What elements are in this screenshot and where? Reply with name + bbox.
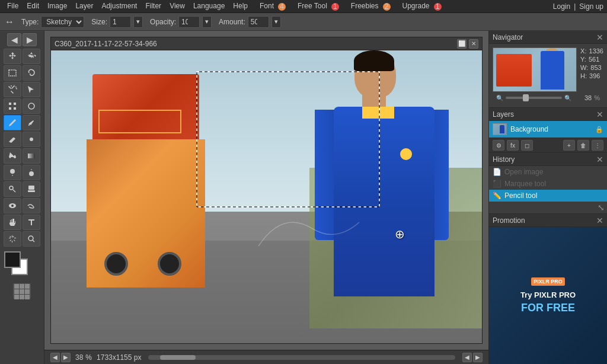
menu-freebies[interactable]: Freebies2: [344, 1, 394, 11]
tool-row-1: [4, 49, 40, 64]
menu-font[interactable]: Font4: [253, 1, 289, 11]
foreground-color-swatch[interactable]: [4, 251, 21, 268]
nav-zoom-slider[interactable]: [506, 97, 562, 99]
burn-btn[interactable]: [23, 165, 40, 180]
menu-adjustment[interactable]: Adjustment: [98, 1, 140, 11]
menu-language[interactable]: Language: [190, 1, 228, 11]
scroll-left-btn[interactable]: ◀: [50, 353, 60, 362]
grab-btn[interactable]: [4, 231, 21, 247]
promo-close-btn[interactable]: ✕: [596, 216, 603, 225]
pencil-tool-btn[interactable]: [4, 115, 21, 130]
menu-view[interactable]: View: [166, 1, 189, 11]
red-eye-btn[interactable]: [4, 198, 21, 213]
scroll-right-btn[interactable]: ▶: [61, 353, 71, 362]
marquee-rect-btn[interactable]: [4, 65, 21, 81]
grid-button[interactable]: [13, 283, 31, 299]
layers-delete-btn[interactable]: 🗑: [577, 140, 589, 151]
type-select[interactable]: Sketchy: [41, 16, 84, 28]
size-group: Size: ▾: [91, 16, 143, 28]
menu-freetool[interactable]: Free Tool1: [290, 1, 343, 11]
layer-background[interactable]: Background 🔒: [489, 121, 607, 138]
nav-h-value: 396: [589, 72, 600, 79]
nav-right-btn[interactable]: ▶: [23, 33, 37, 46]
menu-filter[interactable]: Filter: [142, 1, 165, 11]
menu-help[interactable]: Help: [229, 1, 251, 11]
layers-add-btn[interactable]: +: [563, 140, 575, 151]
layers-fx-btn[interactable]: fx: [507, 140, 519, 151]
amount-dropdown[interactable]: ▾: [271, 16, 281, 28]
canvas-titlebar: C360_2017-11-17-22-57-34-966 ⬜ ✕: [51, 37, 482, 50]
menu-image[interactable]: Image: [44, 1, 71, 11]
layers-close-btn[interactable]: ✕: [596, 110, 603, 119]
nav-left-btn[interactable]: ◀: [7, 33, 21, 46]
scroll-thumb[interactable]: [160, 355, 196, 360]
person-jacket: [334, 107, 435, 296]
menu-items: File Edit Image Layer Adjustment Filter …: [4, 1, 445, 11]
size-input[interactable]: [110, 16, 131, 28]
history-item-pencil[interactable]: ✏️ Pencil tool: [489, 190, 607, 202]
layers-mask-btn[interactable]: ◻: [521, 140, 533, 151]
gradient-btn[interactable]: [23, 148, 40, 164]
horizontal-scrollbar[interactable]: [148, 355, 455, 360]
svg-rect-6: [28, 190, 35, 192]
size-dropdown[interactable]: ▾: [133, 16, 143, 28]
zoom-tool-btn[interactable]: [23, 231, 40, 247]
hand-btn[interactable]: [4, 215, 21, 230]
magic-wand-btn[interactable]: [4, 82, 21, 97]
navigator-close-btn[interactable]: ✕: [596, 33, 603, 42]
truck-wheel-back: [158, 252, 181, 276]
history-item-open-image[interactable]: 📄 Open image: [489, 166, 607, 178]
dodge-btn[interactable]: [4, 165, 21, 180]
person-collar: [362, 107, 394, 119]
zoom-slider-thumb[interactable]: [523, 94, 529, 101]
layers-settings-btn[interactable]: ⚙: [493, 140, 504, 151]
tool-row-7: [4, 148, 40, 164]
signup-link[interactable]: Sign up: [579, 2, 603, 11]
scroll-end-right-btn[interactable]: ▶: [473, 353, 483, 362]
smudge-btn[interactable]: [23, 198, 40, 213]
promo-subline: FOR FREE: [521, 302, 575, 314]
nav-preview-thumbnail[interactable]: [493, 47, 577, 92]
brush-tool-btn[interactable]: [23, 115, 40, 130]
paint-bucket-btn[interactable]: [4, 148, 21, 164]
svg-rect-3: [28, 154, 35, 158]
menu-upgrade[interactable]: Upgrade1: [395, 1, 445, 11]
menu-edit[interactable]: Edit: [23, 1, 43, 11]
menu-file[interactable]: File: [4, 1, 22, 11]
layers-more-btn[interactable]: ⋮: [592, 140, 603, 151]
canvas-content[interactable]: ⊕: [51, 50, 482, 343]
amount-input[interactable]: [248, 16, 269, 28]
menu-layer[interactable]: Layer: [72, 1, 97, 11]
stamp-btn[interactable]: [23, 181, 40, 197]
history-resize-btn[interactable]: ⤡: [598, 203, 605, 212]
scroll-end-left-btn[interactable]: ◀: [462, 353, 472, 362]
clone-stamp-btn[interactable]: [4, 181, 21, 197]
promo-header: Promotion ✕: [489, 214, 607, 227]
promo-logo: PIXLR PRO: [531, 277, 565, 286]
svg-point-9: [28, 236, 33, 241]
color-sample-btn[interactable]: [23, 132, 40, 147]
history-close-btn[interactable]: ✕: [596, 155, 603, 164]
close-btn[interactable]: ✕: [469, 39, 478, 49]
restore-btn[interactable]: ⬜: [457, 39, 467, 49]
login-link[interactable]: Login: [553, 2, 570, 11]
selection-btn[interactable]: [23, 82, 40, 97]
nav-thumb-person: [541, 51, 564, 90]
history-label-pencil: Pencil tool: [504, 191, 537, 200]
anchor-tool-btn[interactable]: [23, 49, 40, 64]
promo-content[interactable]: PIXLR PRO Try PIXLR PRO FOR FREE: [489, 227, 607, 364]
select-rect-btn[interactable]: [4, 98, 21, 114]
select-circle-btn[interactable]: [23, 98, 40, 114]
history-title: History: [493, 155, 515, 164]
type-tool-btn[interactable]: [23, 215, 40, 230]
lasso-btn[interactable]: [23, 65, 40, 81]
eraser-btn[interactable]: [4, 132, 21, 147]
move-tool-btn[interactable]: [4, 49, 21, 64]
layers-header: Layers ✕: [489, 108, 607, 121]
navigator-header: Navigator ✕: [489, 31, 607, 44]
history-item-marquee[interactable]: ⬛ Marquee tool: [489, 178, 607, 190]
opacity-dropdown[interactable]: ▾: [202, 16, 212, 28]
opacity-input[interactable]: [178, 16, 200, 28]
zoom-sym: %: [85, 353, 92, 362]
zoom-value: 38: [75, 353, 83, 362]
